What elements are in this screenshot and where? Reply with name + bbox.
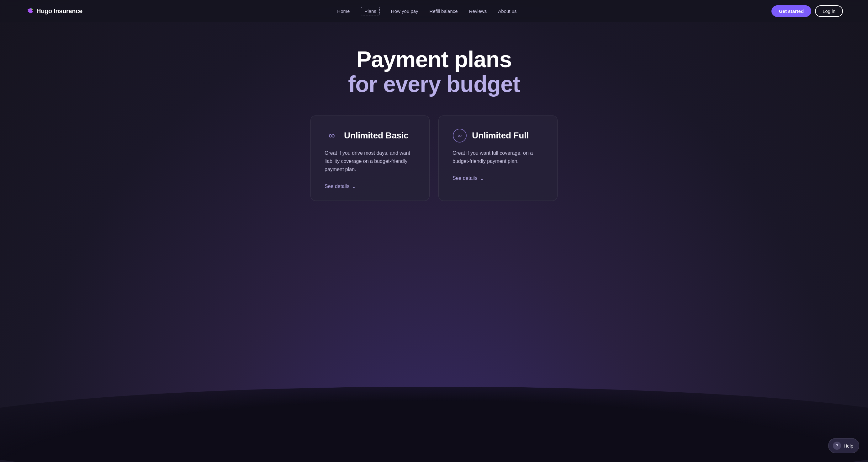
- logo-text: Hugo Insurance: [36, 7, 83, 15]
- see-details-basic-label: See details: [324, 183, 349, 189]
- card-title-basic: Unlimited Basic: [344, 131, 409, 141]
- chevron-down-icon-basic: ⌄: [352, 183, 356, 189]
- plans-cards: ∞ Unlimited Basic Great if you drive mos…: [310, 115, 558, 201]
- hero-title-line1: Payment plans: [348, 47, 520, 72]
- hero-title-line2: for every budget: [348, 72, 520, 97]
- help-label: Help: [843, 443, 853, 449]
- card-title-full: Unlimited Full: [472, 131, 529, 141]
- nav-plans[interactable]: Plans: [361, 7, 380, 16]
- nav-about-us[interactable]: About us: [498, 8, 517, 14]
- card-header-full: ∞ Unlimited Full: [453, 128, 544, 143]
- plan-card-basic[interactable]: ∞ Unlimited Basic Great if you drive mos…: [310, 115, 430, 201]
- see-details-full-label: See details: [453, 175, 477, 181]
- login-button[interactable]: Log in: [815, 5, 843, 17]
- infinity-circle-icon: ∞: [453, 129, 467, 143]
- card-description-full: Great if you want full coverage, on a bu…: [453, 149, 544, 165]
- plan-card-full[interactable]: ∞ Unlimited Full Great if you want full …: [438, 115, 558, 201]
- background-arc: [0, 387, 868, 462]
- nav-home[interactable]: Home: [337, 8, 350, 14]
- help-button[interactable]: ? Help: [828, 438, 859, 453]
- card-header-basic: ∞ Unlimited Basic: [324, 128, 415, 143]
- nav-actions: Get started Log in: [771, 5, 843, 17]
- nav-reviews[interactable]: Reviews: [469, 8, 487, 14]
- card-icon-basic: ∞: [324, 128, 339, 143]
- nav-refill-balance[interactable]: Refill balance: [430, 8, 458, 14]
- hero-title: Payment plans for every budget: [348, 47, 520, 97]
- nav-how-you-pay[interactable]: How you pay: [391, 8, 418, 14]
- see-details-basic[interactable]: See details ⌄: [324, 183, 415, 189]
- card-icon-full: ∞: [453, 128, 467, 143]
- card-description-basic: Great if you drive most days, and want l…: [324, 149, 415, 173]
- nav-links: Home Plans How you pay Refill balance Re…: [337, 7, 517, 16]
- main-content: Payment plans for every budget ∞ Unlimit…: [0, 22, 868, 201]
- see-details-full[interactable]: See details ⌄: [453, 175, 544, 181]
- help-question-icon: ?: [833, 442, 841, 450]
- infinity-plain-icon: ∞: [329, 131, 335, 140]
- chevron-down-icon-full: ⌄: [480, 175, 484, 181]
- logo[interactable]: Hugo Insurance: [25, 7, 83, 16]
- navbar: Hugo Insurance Home Plans How you pay Re…: [0, 0, 868, 22]
- logo-bird-icon: [25, 7, 34, 16]
- get-started-button[interactable]: Get started: [771, 5, 811, 17]
